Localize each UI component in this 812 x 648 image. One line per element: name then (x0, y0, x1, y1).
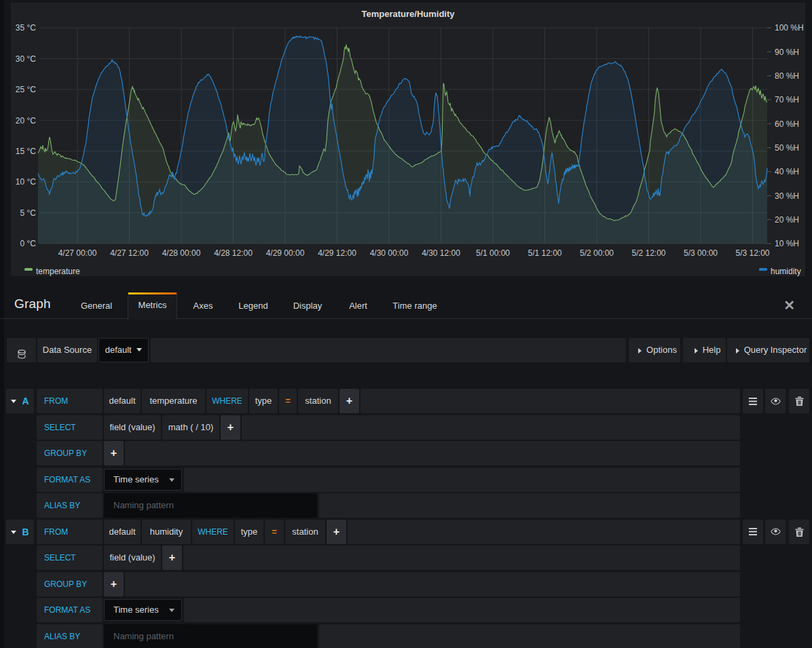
svg-text:4/28 00:00: 4/28 00:00 (162, 248, 201, 258)
svg-text:5/3 00:00: 5/3 00:00 (684, 248, 718, 258)
svg-text:5/2 00:00: 5/2 00:00 (580, 248, 614, 258)
svg-text:4/30 00:00: 4/30 00:00 (370, 248, 409, 258)
svg-text:10 %H: 10 %H (775, 239, 799, 248)
svg-text:4/29 12:00: 4/29 12:00 (318, 248, 356, 258)
svg-text:50 %H: 50 %H (775, 143, 799, 153)
svg-text:60 %H: 60 %H (775, 119, 799, 129)
svg-text:4/30 12:00: 4/30 12:00 (422, 248, 460, 258)
svg-text:20 °C: 20 °C (16, 116, 36, 126)
svg-text:5/1 00:00: 5/1 00:00 (476, 248, 510, 258)
svg-text:20 %H: 20 %H (775, 215, 799, 225)
svg-text:30 °C: 30 °C (16, 54, 36, 64)
svg-text:4/27 00:00: 4/27 00:00 (58, 248, 97, 258)
svg-text:0 °C: 0 °C (20, 239, 37, 248)
svg-text:4/28 12:00: 4/28 12:00 (214, 248, 253, 258)
svg-text:5/1 12:00: 5/1 12:00 (528, 248, 561, 258)
svg-text:5/2 12:00: 5/2 12:00 (631, 248, 665, 258)
svg-text:70 %H: 70 %H (775, 95, 799, 104)
svg-text:humidity: humidity (771, 267, 801, 276)
svg-text:100 %H: 100 %H (775, 23, 804, 33)
svg-text:25 °C: 25 °C (16, 85, 36, 94)
svg-text:5 °C: 5 °C (20, 208, 37, 218)
svg-text:5/3 12:00: 5/3 12:00 (735, 248, 769, 258)
svg-text:10 °C: 10 °C (16, 177, 36, 187)
svg-text:90 %H: 90 %H (775, 47, 799, 57)
svg-text:4/29 00:00: 4/29 00:00 (266, 248, 305, 258)
svg-text:30 %H: 30 %H (775, 191, 799, 201)
svg-text:15 °C: 15 °C (16, 147, 36, 156)
svg-text:80 %H: 80 %H (775, 71, 799, 81)
svg-text:temperature: temperature (36, 267, 80, 276)
svg-text:35 °C: 35 °C (16, 23, 36, 33)
svg-text:Temperature/Humidity: Temperature/Humidity (361, 9, 455, 19)
svg-text:4/27 12:00: 4/27 12:00 (110, 248, 149, 258)
svg-text:40 %H: 40 %H (775, 167, 799, 176)
